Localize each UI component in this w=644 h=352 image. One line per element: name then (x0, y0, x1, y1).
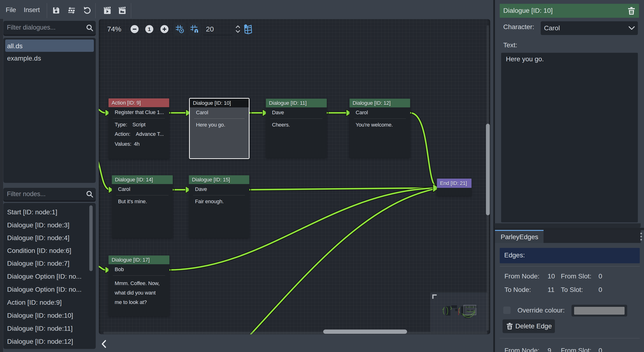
svg-text:1: 1 (148, 26, 151, 32)
